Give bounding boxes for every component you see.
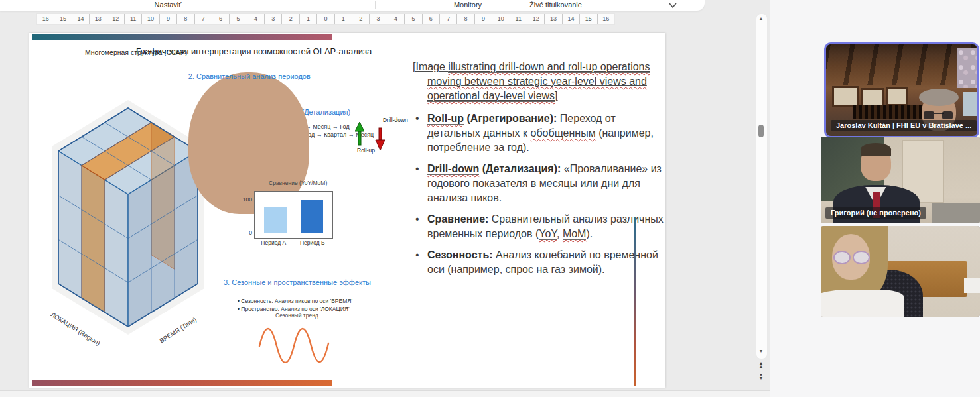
rollup-arrow-icon: [354, 121, 365, 146]
text-segment: Сравнение:: [427, 213, 488, 225]
ruler-number: 14: [72, 14, 89, 24]
toolbar-tab-zive-titulkovanie[interactable]: Živé titulkovanie: [511, 0, 600, 11]
double-down-glyph: ▼: [759, 376, 764, 380]
text-segment: Drill-down: [427, 163, 479, 175]
participant-video: [821, 226, 980, 317]
papers: [964, 278, 980, 293]
cabinet: [932, 203, 980, 223]
participant-tile-jaroslav[interactable]: Jaroslav Kultán | FHI EU v Bratislave ..…: [824, 42, 979, 138]
ceiling-beams: [826, 44, 977, 85]
glasses: [853, 251, 870, 264]
curtain: [957, 48, 977, 89]
comparison-chart: 100 0: [254, 191, 333, 239]
ruler-number: 2: [281, 14, 299, 24]
body-bullet: Сезонность: Анализ колебаний по временно…: [413, 248, 664, 277]
toolbar-divider: [593, 1, 593, 9]
scroll-down-icon[interactable]: ▼: [756, 349, 766, 353]
chevron-down-icon[interactable]: [667, 1, 678, 10]
slide-bottom-accent-bar: [32, 380, 332, 386]
ruler-number: 12: [527, 14, 544, 24]
previous-slide-icon[interactable]: ▲ ▲: [756, 361, 766, 368]
vertical-accent-line: [634, 217, 636, 386]
ruler-number: 15: [579, 14, 596, 24]
scrollbar-track[interactable]: [756, 13, 768, 359]
slide-title: Графическая интерпретация возможностей O…: [136, 46, 372, 56]
chart-bar-1: [264, 207, 287, 233]
horizontal-ruler: 1615141312111098765432101234567891011121…: [36, 13, 615, 25]
ruler-number: 4: [247, 14, 264, 24]
text-segment: обобщенным: [531, 127, 596, 139]
ruler-number: 6: [422, 14, 439, 24]
chart-x-label: Период Б: [300, 239, 325, 246]
seasonality-bullet: • Сезонность: Анализ пиков по оси 'ВРЕМЯ…: [238, 297, 352, 305]
text-segment: Сезонность:: [427, 249, 493, 260]
text-segment: illustrating drill-down and roll-up oper…: [427, 61, 650, 102]
chart-ytick-bottom: 0: [236, 229, 252, 236]
bottom-strip: [0, 390, 770, 397]
scrollbar-thumb[interactable]: [758, 125, 764, 137]
ruler-number: 8: [176, 14, 194, 24]
participant-tile-grigoriy[interactable]: Григорий (не проверено): [821, 137, 980, 223]
app-canvas: { "toolbar": { "tabs": ["Nastaviť", "Mon…: [0, 0, 980, 397]
ruler-number: 16: [37, 14, 54, 24]
double-up-glyph: ▲: [759, 365, 764, 368]
scroll-up-icon[interactable]: ▲: [756, 16, 766, 21]
participant-name-label: Jaroslav Kultán | FHI EU v Bratislave ..…: [831, 120, 977, 131]
chart-x-label: Период А: [261, 239, 286, 246]
body-bullet: Сравнение: Сравнительный анализ различны…: [413, 212, 664, 241]
ruler-number: 5: [229, 14, 246, 24]
slide: Многомерная структура (OLAP) Графическая…: [29, 33, 665, 388]
ruler-number: 3: [264, 14, 281, 24]
ruler-number: 9: [474, 14, 492, 24]
rollup-arrow-label: Roll-up: [357, 147, 375, 154]
ruler-number: 9: [159, 14, 176, 24]
document-scrollbar: ▲ ▼ ▲ ▲ ▼ ▼: [756, 13, 766, 388]
chart-bar-2: [301, 200, 323, 233]
ruler-number: 5: [404, 14, 421, 24]
hair: [861, 143, 891, 155]
text-segment: ]: [555, 90, 557, 101]
ruler-number: 7: [194, 14, 212, 24]
chart-ytick-top: 100: [236, 196, 252, 203]
text-segment: [Image: [413, 61, 448, 72]
body-bullet-list: Roll-up (Агрегирование): Переход от дета…: [413, 111, 664, 277]
picture-frame: [886, 87, 908, 106]
toolbar-tab-nastavit[interactable]: Nastaviť: [113, 0, 223, 11]
ruler-number: 2: [352, 14, 369, 24]
blouse: [821, 290, 904, 317]
ruler-number: 16: [597, 14, 614, 24]
glasses-bridge: [934, 113, 944, 114]
ruler-number: 11: [510, 14, 527, 24]
participant-tile-woman[interactable]: [821, 226, 980, 317]
next-slide-icon[interactable]: ▼ ▼: [756, 373, 766, 380]
slide-top-accent-bar: [32, 34, 332, 40]
ruler-number: 13: [544, 14, 561, 24]
drilldown-arrow-label: Drill-down: [383, 117, 408, 123]
participant-name-label: Григорий (не проверено): [825, 207, 926, 219]
ruler-number: 11: [124, 14, 141, 24]
ruler-number: 12: [107, 14, 124, 24]
text-segment: ).: [586, 228, 593, 239]
ruler-number: 7: [439, 14, 456, 24]
hair: [919, 89, 959, 106]
ruler-number: 14: [562, 14, 579, 24]
body-bullet: Roll-up (Агрегирование): Переход от дета…: [413, 111, 664, 155]
glasses: [833, 251, 851, 264]
text-segment: (Детализация):: [479, 163, 561, 174]
chart-x-labels: Период АПериод Б: [254, 239, 332, 246]
ruler-number: 3: [369, 14, 386, 24]
text-segment: ,: [557, 228, 563, 239]
ruler-number: 6: [212, 14, 229, 24]
glasses: [942, 111, 953, 119]
chart-title: Сравнение (YoY/MoM): [269, 180, 327, 186]
ruler-number: 10: [492, 14, 509, 24]
toolbar-divider: [375, 1, 376, 9]
bottle-shelf: [853, 105, 923, 119]
text-segment: Roll-up: [427, 113, 464, 125]
ruler-number: 1: [299, 14, 316, 24]
glasses: [924, 111, 934, 119]
slide-body-text: [Image illustrating drill-down and roll-…: [413, 60, 664, 284]
text-segment: YoY: [539, 228, 557, 240]
drilldown-arrow-icon: [375, 127, 385, 152]
seasonal-trend-label: Сезонный тренд: [275, 312, 318, 319]
